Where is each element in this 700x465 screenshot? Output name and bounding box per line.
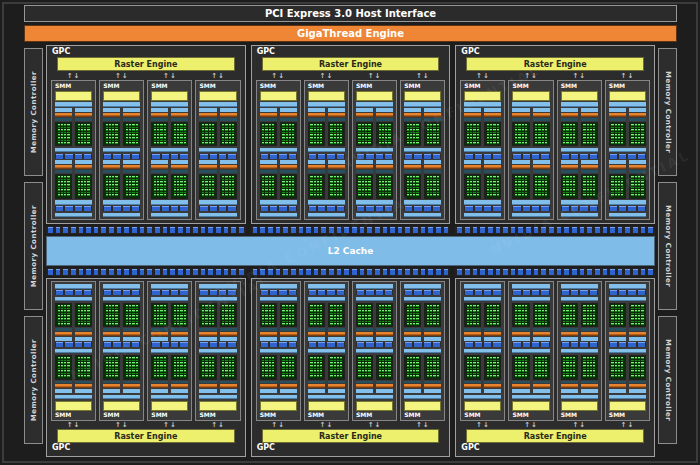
cuda-core <box>126 179 128 181</box>
cuda-core <box>410 132 412 134</box>
cuda-core <box>112 360 114 362</box>
cuda-core <box>566 323 568 325</box>
cuda-core <box>590 310 592 312</box>
cuda-core <box>382 142 384 144</box>
cuda-core <box>292 321 294 323</box>
texture-unit-segment <box>619 342 626 347</box>
smm-quadrant <box>404 303 421 341</box>
cuda-core <box>337 137 339 139</box>
cuda-core <box>109 179 111 181</box>
cuda-core <box>272 192 274 194</box>
cuda-core <box>154 321 156 323</box>
smm-block: SMM <box>460 80 505 220</box>
cuda-core <box>407 313 409 315</box>
cuda-core <box>81 189 83 191</box>
cuda-core <box>317 192 319 194</box>
cuda-core <box>160 370 162 372</box>
cuda-core <box>621 176 623 178</box>
cuda-core <box>289 194 291 196</box>
register-file-bar <box>151 328 168 331</box>
cuda-core <box>112 134 114 136</box>
cuda-core <box>109 373 111 375</box>
instruction-cache-bar <box>199 102 236 107</box>
cuda-core <box>310 140 312 142</box>
cuda-core <box>320 365 322 367</box>
register-file-bar <box>609 118 626 121</box>
texture-unit-segment <box>366 154 373 159</box>
core-grid <box>512 122 529 147</box>
updown-arrows-icon: ↑↓ <box>51 72 96 80</box>
cuda-core <box>177 134 179 136</box>
cuda-core <box>222 179 224 181</box>
cuda-core <box>522 129 524 131</box>
cuda-core <box>410 124 412 126</box>
quadrant-group <box>356 108 393 146</box>
cuda-core <box>638 310 640 312</box>
cuda-core <box>106 181 108 183</box>
cuda-core <box>497 187 499 189</box>
cuda-core <box>413 134 415 136</box>
smm-unit: ↑↓SMM <box>195 72 240 220</box>
cuda-core <box>337 315 339 317</box>
cuda-core <box>112 132 114 134</box>
crossbar-segment <box>413 227 418 233</box>
cuda-core <box>525 310 527 312</box>
core-grid <box>424 174 441 199</box>
instruction-buffer-bar <box>199 337 216 341</box>
warp-scheduler-bar <box>55 384 72 388</box>
cuda-core <box>174 127 176 129</box>
cuda-core <box>115 132 117 134</box>
l1-cache-bar <box>308 213 345 218</box>
texture-unit-segment <box>580 206 587 211</box>
cuda-core <box>67 305 69 307</box>
cuda-core <box>382 181 384 183</box>
cuda-core <box>174 124 176 126</box>
cuda-core <box>317 318 319 320</box>
cuda-core <box>545 134 547 136</box>
smm-quadrant <box>171 355 188 393</box>
core-grid <box>151 174 168 199</box>
cuda-core <box>205 194 207 196</box>
cuda-core <box>467 321 469 323</box>
cuda-core <box>563 373 565 375</box>
cuda-core <box>160 124 162 126</box>
cuda-core <box>282 305 284 307</box>
cuda-core <box>289 179 291 181</box>
cuda-core <box>87 140 89 142</box>
cuda-core <box>205 318 207 320</box>
cuda-core <box>566 370 568 372</box>
warp-scheduler-bar <box>260 384 277 388</box>
cuda-core <box>106 176 108 178</box>
cuda-core <box>615 318 617 320</box>
smm-row: ↑↓SMM↑↓SMM↑↓SMM↑↓SMM <box>256 281 446 429</box>
cuda-core <box>416 318 418 320</box>
cuda-core <box>157 362 159 364</box>
cuda-core <box>212 375 214 377</box>
core-grid <box>75 174 92 199</box>
cuda-core <box>205 375 207 377</box>
texture-unit-segment <box>475 342 482 347</box>
cuda-core <box>126 129 128 131</box>
cuda-core <box>225 362 227 364</box>
cuda-core <box>365 134 367 136</box>
cuda-core <box>631 140 633 142</box>
cuda-core <box>583 179 585 181</box>
cuda-core <box>542 315 544 317</box>
cuda-core <box>430 194 432 196</box>
texture-unit-segment <box>279 154 286 159</box>
core-grid <box>123 355 140 380</box>
crossbar-segment <box>239 227 244 233</box>
cuda-core <box>525 137 527 139</box>
cuda-core <box>583 315 585 317</box>
instruction-buffer-bar <box>123 389 140 393</box>
cuda-core <box>542 132 544 134</box>
instruction-buffer-bar <box>356 108 373 112</box>
cuda-core <box>115 365 117 367</box>
cuda-core <box>262 140 264 142</box>
cuda-core <box>427 305 429 307</box>
cuda-core <box>106 127 108 129</box>
cuda-core <box>467 176 469 178</box>
cuda-core <box>330 142 332 144</box>
cuda-core <box>518 184 520 186</box>
cuda-core <box>410 184 412 186</box>
